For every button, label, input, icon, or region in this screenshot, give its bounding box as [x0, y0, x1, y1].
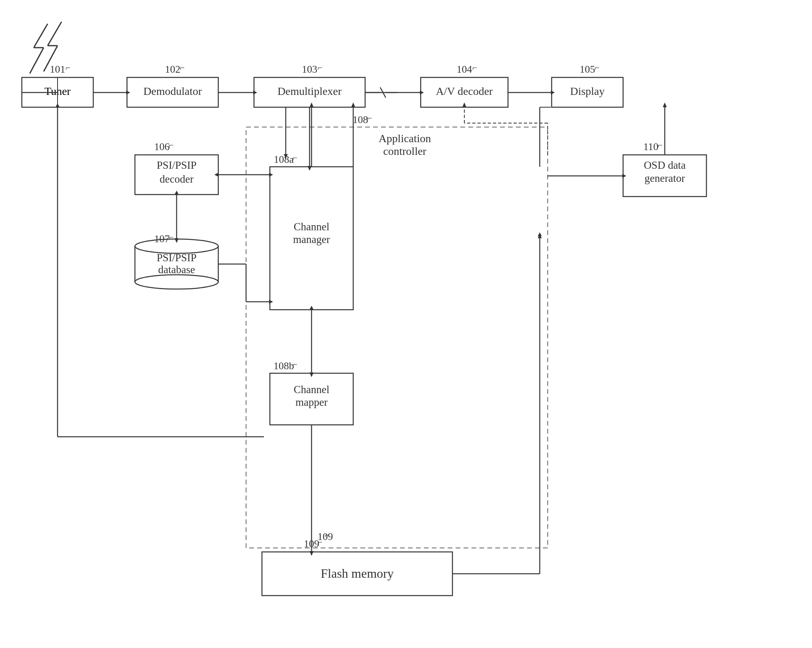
svg-point-38: [135, 275, 218, 289]
flash-memory-box: Flash memory 109 ⌐: [262, 537, 452, 596]
svg-text:Channel: Channel: [294, 384, 329, 395]
channel-mapper-ref: 108b: [273, 360, 294, 372]
channel-manager-box: Channel manager 108a ⌐: [270, 153, 353, 310]
svg-text:database: database: [158, 264, 195, 276]
psi-decoder-box: PSI/PSIP decoder 106 ⌐: [135, 140, 218, 195]
svg-text:PSI/PSIP: PSI/PSIP: [157, 252, 197, 264]
svg-text:mapper: mapper: [296, 396, 328, 408]
psi-database-ref: 107: [154, 233, 170, 245]
svg-text:decoder: decoder: [160, 173, 193, 185]
av-decoder-ref: 104: [457, 64, 472, 75]
psi-decoder-ref: 106: [154, 141, 170, 152]
svg-line-3: [48, 22, 62, 46]
svg-text:controller: controller: [383, 145, 427, 157]
av-decoder-box: A/V decoder 104 ⌐: [421, 63, 508, 107]
svg-line-2: [30, 48, 44, 73]
demux-ref: 103: [302, 64, 317, 75]
svg-text:⌐: ⌐: [292, 359, 297, 369]
svg-text:⌐: ⌐: [180, 63, 185, 73]
demultiplexer-box: Demultiplexer 103 ⌐: [254, 63, 365, 107]
svg-text:Channel: Channel: [294, 221, 329, 233]
svg-text:Flash memory: Flash memory: [321, 566, 394, 580]
svg-text:⌐: ⌐: [169, 232, 173, 242]
svg-text:Application: Application: [379, 132, 431, 145]
osd-generator-ref: 110: [643, 141, 658, 152]
svg-text:PSI/PSIP: PSI/PSIP: [157, 159, 197, 171]
svg-text:Display: Display: [570, 85, 604, 97]
channel-manager-ref: 108a: [274, 154, 294, 165]
svg-text:⌐: ⌐: [472, 63, 477, 73]
svg-text:⌐: ⌐: [292, 153, 297, 163]
svg-text:⌐: ⌐: [595, 63, 599, 73]
svg-text:⌐: ⌐: [317, 63, 322, 73]
tuner-ref: 101: [50, 64, 65, 75]
svg-text:⌐: ⌐: [169, 140, 173, 150]
svg-marker-92: [663, 102, 667, 107]
svg-text:Demultiplexer: Demultiplexer: [277, 85, 342, 97]
svg-text:OSD data: OSD data: [644, 159, 686, 171]
svg-text:⌐: ⌐: [325, 530, 329, 540]
svg-marker-88: [538, 232, 542, 236]
app-controller-ref: 108: [353, 114, 368, 125]
svg-line-0: [34, 24, 48, 48]
demodulator-box: Demodulator 102 ⌐: [127, 63, 218, 107]
svg-text:⌐: ⌐: [367, 113, 372, 123]
svg-text:generator: generator: [645, 172, 685, 184]
svg-text:A/V decoder: A/V decoder: [436, 85, 493, 97]
svg-text:Demodulator: Demodulator: [143, 85, 202, 97]
display-ref: 105: [580, 64, 595, 75]
display-box: Display 105 ⌐: [552, 63, 623, 107]
svg-text:manager: manager: [293, 233, 330, 245]
svg-text:⌐: ⌐: [658, 140, 662, 150]
demodulator-ref: 102: [165, 64, 181, 75]
diagram-container: Tuner 101 ⌐ Demodulator 102 ⌐ Demultiple…: [0, 0, 812, 648]
svg-text:⌐: ⌐: [65, 63, 70, 73]
